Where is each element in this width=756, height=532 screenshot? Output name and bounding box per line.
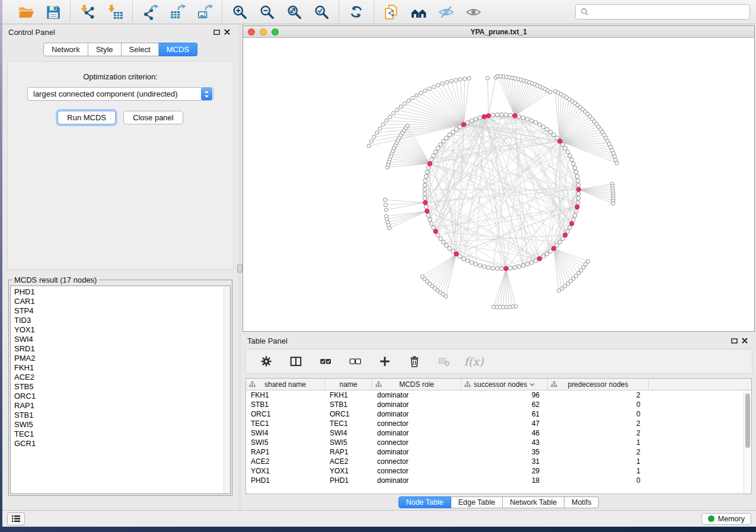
network-canvas[interactable] <box>243 39 754 331</box>
table-row[interactable]: RAP1RAP1dominator352 <box>246 447 751 457</box>
table-settings-icon[interactable] <box>259 354 274 369</box>
tab-node-table[interactable]: Node Table <box>398 496 451 508</box>
import-network-icon[interactable] <box>78 2 98 21</box>
cell: RAP1 <box>325 448 372 456</box>
table-row[interactable]: PHD1PHD1dominator180 <box>246 476 751 485</box>
cell: 61 <box>461 410 548 418</box>
network-window-title: YPA_prune.txt_1 <box>243 28 754 36</box>
column-header-filler <box>649 379 751 390</box>
cell: ACE2 <box>325 457 372 466</box>
result-node-item[interactable]: PHD1 <box>14 287 227 297</box>
tab-network-table[interactable]: Network Table <box>503 496 564 508</box>
table-row[interactable]: ACE2ACE2connector311 <box>246 457 751 466</box>
table-row[interactable]: STB1STB1dominator620 <box>246 400 751 409</box>
tab-style[interactable]: Style <box>88 43 122 56</box>
toggle-panel-icon[interactable] <box>288 354 304 369</box>
first-neighbors-icon[interactable] <box>409 2 429 21</box>
close-icon[interactable] <box>222 28 232 36</box>
cell: PHD1 <box>246 476 325 485</box>
cell: FKH1 <box>246 391 325 399</box>
table-row[interactable]: ORC1ORC1dominator610 <box>246 409 751 419</box>
result-node-item[interactable]: CAR1 <box>14 297 227 306</box>
close-panel-button[interactable]: Close panel <box>123 111 183 124</box>
column-header-name[interactable]: name <box>325 379 372 390</box>
result-node-item[interactable]: TID3 <box>14 316 227 325</box>
cell: connector <box>372 457 461 466</box>
close-icon[interactable] <box>739 336 750 345</box>
table-row[interactable]: FKH1FKH1dominator962 <box>246 390 751 400</box>
search-input[interactable] <box>592 8 745 17</box>
search-box[interactable] <box>575 4 750 20</box>
export-network-icon[interactable] <box>140 2 160 21</box>
network-graph[interactable] <box>243 39 754 331</box>
function-builder-icon: f(x) <box>466 354 481 369</box>
result-node-item[interactable]: STB5 <box>14 382 227 392</box>
float-icon[interactable] <box>729 336 739 345</box>
tab-motifs[interactable]: Motifs <box>564 496 599 508</box>
result-node-item[interactable]: PMA2 <box>14 354 227 363</box>
add-column-icon[interactable] <box>377 354 393 369</box>
result-node-item[interactable]: YOX1 <box>14 325 227 335</box>
memory-button[interactable]: Memory <box>701 513 751 525</box>
result-node-item[interactable]: SRD1 <box>14 344 227 354</box>
cell: 2 <box>548 448 649 456</box>
tab-edge-table[interactable]: Edge Table <box>451 496 503 508</box>
optimization-criterion-select[interactable]: largest connected component (undirected) <box>27 87 213 101</box>
result-node-item[interactable]: TEC1 <box>14 430 227 439</box>
tab-network[interactable]: Network <box>43 43 88 56</box>
select-all-icon[interactable] <box>318 354 333 369</box>
zoom-in-icon[interactable] <box>229 2 250 21</box>
zoom-fit-icon[interactable] <box>284 2 304 21</box>
cell: connector <box>372 438 461 447</box>
column-header-shared-name[interactable]: shared name <box>246 379 325 390</box>
clone-network-icon[interactable] <box>381 2 401 21</box>
result-node-item[interactable]: STP4 <box>14 306 227 316</box>
column-header-predecessor-nodes[interactable]: predecessor nodes <box>548 379 649 390</box>
export-image-icon[interactable] <box>194 2 215 21</box>
cell: 1 <box>548 457 649 466</box>
column-header-successor-nodes[interactable]: successor nodes <box>461 379 548 390</box>
zoom-selected-icon[interactable] <box>311 2 331 21</box>
import-table-icon[interactable] <box>105 2 125 21</box>
unselect-all-icon[interactable] <box>347 354 363 369</box>
table-row[interactable]: TEC1TEC1connector472 <box>246 419 751 428</box>
result-node-item[interactable]: RAP1 <box>14 401 227 411</box>
table-row[interactable]: SWI5SWI5connector431 <box>246 438 751 447</box>
refresh-icon[interactable] <box>346 2 366 21</box>
task-history-button[interactable] <box>7 512 25 525</box>
delete-column-icon[interactable] <box>407 354 422 369</box>
result-node-item[interactable]: ORC1 <box>14 392 227 401</box>
cell: 35 <box>461 448 548 456</box>
result-node-item[interactable]: SWI4 <box>14 335 227 344</box>
open-file-icon[interactable] <box>15 2 36 21</box>
show-all-icon[interactable] <box>463 2 483 21</box>
tab-mcds[interactable]: MCDS <box>159 43 197 56</box>
tab-select[interactable]: Select <box>122 43 159 56</box>
table-row[interactable]: YOX1YOX1connector291 <box>246 466 751 476</box>
table-scrollbar[interactable] <box>744 391 751 493</box>
result-node-item[interactable]: STB1 <box>14 411 227 420</box>
result-node-item[interactable]: ACE2 <box>14 373 227 382</box>
export-table-icon[interactable] <box>167 2 187 21</box>
zoom-out-icon[interactable] <box>257 2 277 21</box>
result-node-item[interactable]: SWI5 <box>14 420 227 430</box>
table-scrollbar-thumb[interactable] <box>745 393 750 448</box>
cell: 2 <box>548 429 649 437</box>
hide-selected-icon[interactable] <box>436 2 456 21</box>
run-mcds-button[interactable]: Run MCDS <box>58 111 116 124</box>
save-session-icon[interactable] <box>43 2 63 21</box>
toolbar-buttons <box>8 2 490 22</box>
cell: YOX1 <box>325 467 372 475</box>
control-panel-tabs: NetworkStyleSelectMCDS <box>2 43 238 56</box>
mcds-result-list[interactable]: PHD1CAR1STP4TID3YOX1SWI4SRD1PMA2FKH1ACE2… <box>10 286 231 494</box>
table-row[interactable]: SWI4SWI4dominator462 <box>246 428 751 438</box>
float-icon[interactable] <box>211 28 222 36</box>
result-list-scrollbar[interactable] <box>224 286 230 493</box>
node-table: shared namenameMCDS rolesuccessor nodesp… <box>245 378 752 494</box>
right-region: YPA_prune.txt_1 Table Panel f( <box>241 24 756 510</box>
column-header-MCDS-role[interactable]: MCDS role <box>372 379 461 390</box>
app-window: Control Panel NetworkStyleSelectMCDS Opt… <box>2 0 756 527</box>
result-node-item[interactable]: GCR1 <box>14 439 227 448</box>
result-node-item[interactable]: FKH1 <box>14 363 227 373</box>
mcds-result-title: MCDS result (17 nodes) <box>12 275 98 284</box>
